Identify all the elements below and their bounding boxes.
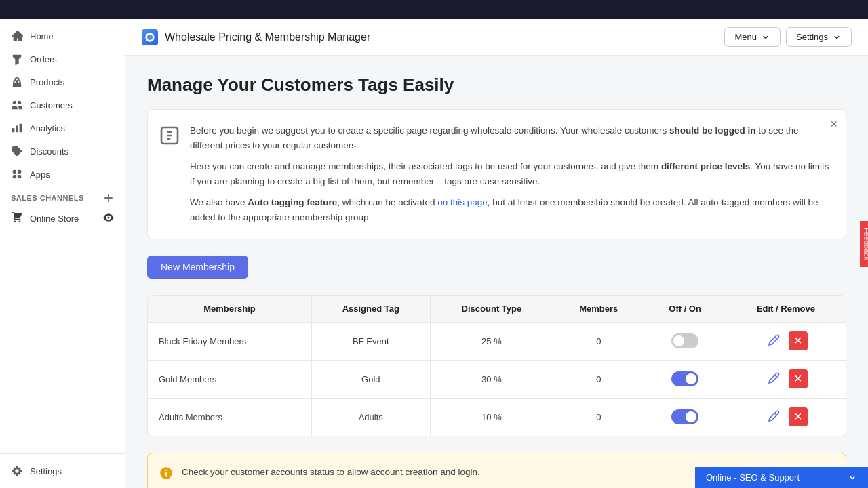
toggle-row3[interactable] — [671, 409, 698, 424]
col-membership: Membership — [148, 296, 311, 323]
add-sales-channel-icon[interactable] — [103, 192, 114, 203]
sidebar-item-apps-label: Apps — [30, 169, 50, 180]
edit-button-row3[interactable] — [764, 407, 783, 428]
members-count: 0 — [553, 398, 644, 436]
sidebar-item-customers[interactable]: Customers — [0, 94, 125, 117]
bottom-bar[interactable]: Online - SEO & Support — [695, 467, 868, 488]
members-count: 0 — [553, 322, 644, 360]
analytics-icon — [11, 122, 23, 134]
info-box-icon — [159, 125, 180, 146]
feedback-tab[interactable]: Feedback — [860, 221, 868, 267]
customers-icon — [11, 99, 23, 111]
toggle-cell — [644, 322, 726, 360]
remove-button-row2[interactable]: ✕ — [789, 369, 808, 388]
info-para-3: We also have Auto tagging feature, which… — [190, 195, 832, 224]
table-row: Black Friday Members BF Event 25 % 0 — [148, 322, 846, 360]
sidebar-item-analytics-label: Analytics — [30, 123, 65, 134]
assigned-tag: Adults — [311, 398, 430, 436]
sidebar-item-analytics[interactable]: Analytics — [0, 117, 125, 140]
toggle-cell — [644, 398, 726, 436]
sidebar: Home Orders Products Customers — [0, 19, 125, 488]
sidebar-item-discounts-label: Discounts — [30, 146, 68, 157]
info-para-2: Here you can create and manage membershi… — [190, 159, 832, 188]
settings-icon — [11, 465, 23, 477]
page-title: Manage Your Customers Tags Easily — [147, 75, 846, 96]
discount-type: 30 % — [430, 360, 553, 398]
orders-icon — [11, 53, 23, 65]
sidebar-item-apps[interactable]: Apps — [0, 163, 125, 186]
sidebar-item-online-store[interactable]: Online Store — [0, 206, 125, 231]
toggle-cell — [644, 360, 726, 398]
sidebar-item-orders[interactable]: Orders — [0, 47, 125, 70]
products-icon — [11, 76, 23, 88]
assigned-tag: BF Event — [311, 322, 430, 360]
sidebar-item-discounts[interactable]: Discounts — [0, 140, 125, 163]
action-cell: ✕ — [726, 398, 846, 436]
remove-button-row3[interactable]: ✕ — [789, 407, 808, 426]
settings-button[interactable]: Settings — [786, 27, 852, 47]
sales-channels-header: SALES CHANNELS — [0, 186, 125, 206]
table-row: Adults Members Adults 10 % 0 — [148, 398, 846, 436]
warning-icon — [159, 466, 174, 481]
top-bar — [0, 0, 868, 19]
sidebar-item-settings[interactable]: Settings — [0, 460, 125, 483]
info-box-text: Before you begin we suggest you to creat… — [190, 123, 832, 225]
warning-text: Check your customer accounts status to a… — [182, 466, 480, 479]
toggle-row2[interactable] — [671, 371, 698, 386]
table-row: Gold Members Gold 30 % 0 — [148, 360, 846, 398]
col-members: Members — [553, 296, 644, 323]
members-count: 0 — [553, 360, 644, 398]
action-cell: ✕ — [726, 322, 846, 360]
home-icon — [11, 30, 23, 42]
sidebar-item-orders-label: Orders — [30, 54, 57, 64]
auto-tagging-link[interactable]: on this page — [437, 197, 488, 207]
membership-name: Adults Members — [148, 398, 311, 436]
menu-button[interactable]: Menu — [724, 27, 781, 47]
content-area: Manage Your Customers Tags Easily Before… — [125, 56, 868, 488]
online-store-label: Online Store — [30, 214, 79, 224]
edit-button-row1[interactable] — [764, 331, 783, 352]
assigned-tag: Gold — [311, 360, 430, 398]
action-cell: ✕ — [726, 360, 846, 398]
online-store-icon — [11, 211, 23, 226]
info-box-close-button[interactable]: × — [830, 118, 837, 130]
discounts-icon — [11, 145, 23, 157]
sidebar-item-settings-label: Settings — [30, 466, 62, 476]
discount-type: 10 % — [430, 398, 553, 436]
apps-icon — [11, 168, 23, 180]
sidebar-item-products-label: Products — [30, 77, 64, 87]
sidebar-item-customers-label: Customers — [30, 100, 73, 110]
app-logo — [142, 29, 158, 45]
info-para-1: Before you begin we suggest you to creat… — [190, 123, 832, 152]
sidebar-item-products[interactable]: Products — [0, 70, 125, 94]
col-off-on: Off / On — [644, 296, 726, 323]
sidebar-item-home-label: Home — [30, 31, 54, 41]
remove-button-row1[interactable]: ✕ — [789, 331, 808, 350]
sidebar-bottom: Settings — [0, 453, 125, 488]
discount-type: 25 % — [430, 322, 553, 360]
new-membership-button[interactable]: New Membership — [147, 256, 248, 279]
col-discount-type: Discount Type — [430, 296, 553, 323]
app-title: Wholesale Pricing & Membership Manager — [165, 31, 370, 43]
app-header: Wholesale Pricing & Membership Manager M… — [125, 19, 868, 56]
sidebar-item-home[interactable]: Home — [0, 24, 125, 47]
info-box: Before you begin we suggest you to creat… — [147, 109, 846, 239]
main-area: Wholesale Pricing & Membership Manager M… — [125, 19, 868, 488]
membership-name: Black Friday Members — [148, 322, 311, 360]
col-edit-remove: Edit / Remove — [726, 296, 846, 323]
online-store-visibility-icon — [103, 212, 114, 225]
bottom-bar-label: Online - SEO & Support — [706, 472, 800, 483]
edit-button-row2[interactable] — [764, 369, 783, 390]
membership-table: Membership Assigned Tag Discount Type Me… — [147, 295, 846, 436]
col-assigned-tag: Assigned Tag — [311, 296, 430, 323]
toggle-row1[interactable] — [671, 333, 698, 348]
membership-name: Gold Members — [148, 360, 311, 398]
